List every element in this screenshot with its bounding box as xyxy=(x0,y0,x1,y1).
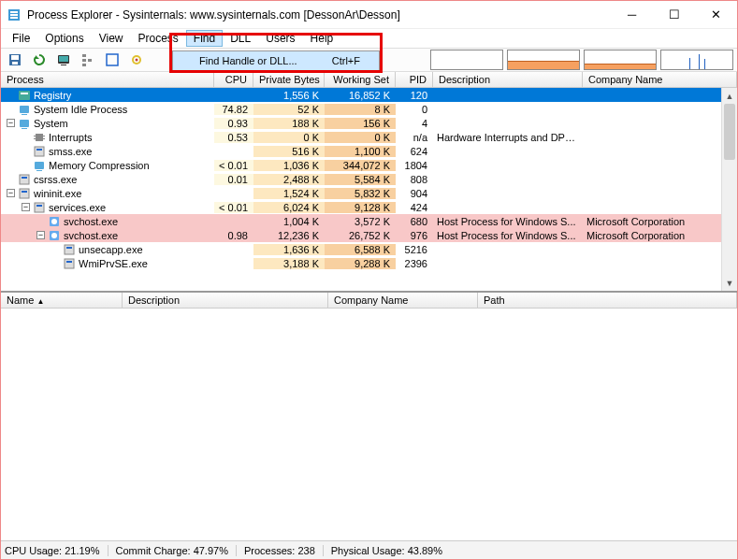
process-row[interactable]: WmiPrvSE.exe3,188 K9,288 K2396 xyxy=(1,256,737,270)
show-details-button[interactable] xyxy=(102,50,123,70)
svg-rect-26 xyxy=(34,138,36,139)
lcol-name[interactable]: Name ▲ xyxy=(1,293,123,308)
scroll-thumb[interactable] xyxy=(724,104,735,160)
pid-cell: 5216 xyxy=(396,244,433,255)
save-button[interactable] xyxy=(5,50,25,70)
vertical-scrollbar[interactable]: ▲ ▼ xyxy=(721,88,737,291)
expand-icon[interactable]: − xyxy=(36,231,45,239)
col-desc[interactable]: Description xyxy=(433,72,583,87)
pid-cell: 680 xyxy=(396,216,433,227)
process-row[interactable]: −System0.93188 K156 K4 xyxy=(1,116,737,130)
process-name: System Idle Process xyxy=(34,104,127,115)
menu-process[interactable]: Process xyxy=(131,30,186,47)
priv-cell: 3,188 K xyxy=(253,258,325,269)
process-columns: Process CPU Private Bytes Working Set PI… xyxy=(1,72,737,88)
expand-icon[interactable]: − xyxy=(22,203,30,211)
svg-rect-24 xyxy=(36,134,43,141)
minimize-button[interactable]: ─ xyxy=(611,1,653,28)
svg-rect-21 xyxy=(22,114,27,115)
process-row[interactable]: Interrupts0.530 K0 Kn/aHardware Interrup… xyxy=(1,130,737,144)
process-icon xyxy=(18,117,31,130)
lcol-desc[interactable]: Description xyxy=(123,293,328,308)
process-row[interactable]: smss.exe516 K1,100 K624 xyxy=(1,144,737,158)
ws-cell: 5,584 K xyxy=(325,174,396,185)
svg-rect-23 xyxy=(22,128,27,129)
col-ws[interactable]: Working Set xyxy=(325,72,396,87)
ws-cell: 156 K xyxy=(325,118,396,129)
col-process[interactable]: Process xyxy=(1,72,214,87)
process-name: wininit.exe xyxy=(34,188,81,199)
system-info-button[interactable] xyxy=(53,50,74,70)
titlebar[interactable]: Process Explorer - Sysinternals: www.sys… xyxy=(1,1,737,29)
process-icon xyxy=(48,229,61,242)
pid-cell: 1804 xyxy=(396,160,433,171)
scroll-up-icon[interactable]: ▲ xyxy=(722,88,737,104)
physical-graph[interactable] xyxy=(584,50,657,70)
svg-rect-28 xyxy=(43,138,45,139)
svg-rect-1 xyxy=(10,11,18,13)
menu-options[interactable]: Options xyxy=(37,30,91,47)
priv-cell: 1,636 K xyxy=(253,244,325,255)
svg-rect-36 xyxy=(22,191,27,193)
commit-graph[interactable] xyxy=(507,50,580,70)
svg-rect-34 xyxy=(22,177,27,179)
col-cpu[interactable]: CPU xyxy=(214,72,253,87)
svg-rect-5 xyxy=(11,55,19,60)
close-button[interactable]: ✕ xyxy=(695,1,737,28)
scroll-down-icon[interactable]: ▼ xyxy=(722,275,737,291)
process-row[interactable]: unsecapp.exe1,636 K6,588 K5216 xyxy=(1,242,737,256)
process-name: WmiPrvSE.exe xyxy=(79,258,148,269)
status-physical: Physical Usage: 43.89% xyxy=(331,545,450,556)
process-tree-button[interactable] xyxy=(78,50,98,70)
process-row[interactable]: csrss.exe0.012,488 K5,584 K808 xyxy=(1,172,737,186)
process-name: csrss.exe xyxy=(34,174,77,185)
ws-cell: 9,288 K xyxy=(325,258,396,269)
lcol-company[interactable]: Company Name xyxy=(328,293,478,308)
process-row[interactable]: Memory Compression< 0.011,036 K344,072 K… xyxy=(1,158,737,172)
expand-icon[interactable]: − xyxy=(7,119,15,127)
maximize-button[interactable]: ☐ xyxy=(653,1,695,28)
svg-rect-14 xyxy=(107,54,118,65)
process-row[interactable]: −wininit.exe1,524 K5,832 K904 xyxy=(1,186,737,200)
find-handle-dll-item[interactable]: Find Handle or DLL... Ctrl+F xyxy=(173,51,379,70)
pid-cell: 808 xyxy=(396,174,433,185)
menu-dll[interactable]: DLL xyxy=(223,30,258,47)
priv-cell: 1,036 K xyxy=(253,160,325,171)
menu-users[interactable]: Users xyxy=(258,30,302,47)
process-row[interactable]: svchost.exe1,004 K3,572 K680Host Process… xyxy=(1,214,737,228)
menu-find[interactable]: Find xyxy=(186,30,223,47)
process-row[interactable]: −services.exe< 0.016,024 K9,128 K424 xyxy=(1,200,737,214)
menu-file[interactable]: File xyxy=(5,30,37,47)
col-pid[interactable]: PID xyxy=(396,72,433,87)
menu-help[interactable]: Help xyxy=(303,30,341,47)
process-row[interactable]: Registry1,556 K16,852 K120 xyxy=(1,88,737,102)
svg-rect-30 xyxy=(36,149,42,151)
lcol-path[interactable]: Path xyxy=(478,293,737,308)
priv-cell: 6,024 K xyxy=(253,202,325,213)
process-row[interactable]: System Idle Process74.8252 K8 K0 xyxy=(1,102,737,116)
svg-rect-20 xyxy=(20,106,29,113)
expand-icon[interactable]: − xyxy=(7,189,15,197)
col-company[interactable]: Company Name xyxy=(583,72,737,87)
io-graph[interactable] xyxy=(660,50,733,70)
col-priv[interactable]: Private Bytes xyxy=(253,72,325,87)
process-name: smss.exe xyxy=(49,146,92,157)
cpu-graph[interactable] xyxy=(430,50,503,70)
menu-view[interactable]: View xyxy=(92,30,131,47)
find-button[interactable] xyxy=(126,50,147,70)
priv-cell: 52 K xyxy=(253,104,325,115)
cpu-cell: 0.93 xyxy=(214,118,253,129)
svg-rect-11 xyxy=(82,59,86,62)
svg-point-42 xyxy=(51,233,57,238)
svg-rect-3 xyxy=(10,17,18,19)
process-list[interactable]: Registry1,556 K16,852 K120System Idle Pr… xyxy=(1,88,737,292)
lower-body[interactable] xyxy=(1,309,737,540)
process-row[interactable]: −svchost.exe0.9812,236 K26,752 K976Host … xyxy=(1,228,737,242)
svg-rect-10 xyxy=(82,54,86,57)
cpu-cell: 0.53 xyxy=(214,132,253,143)
refresh-button[interactable] xyxy=(29,50,50,70)
process-icon xyxy=(63,243,76,256)
svg-rect-35 xyxy=(20,189,29,198)
priv-cell: 1,524 K xyxy=(253,188,325,199)
cpu-cell: 0.98 xyxy=(214,230,253,241)
